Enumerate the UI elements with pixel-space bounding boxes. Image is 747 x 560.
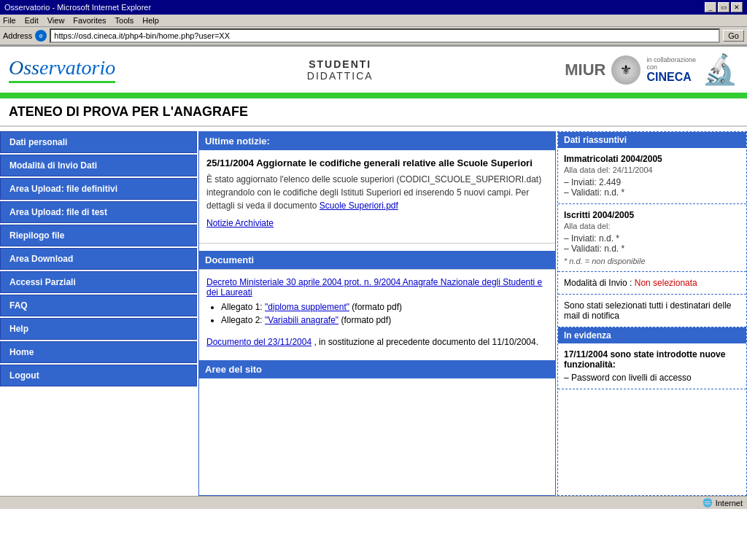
- go-button[interactable]: Go: [723, 30, 744, 42]
- address-label: Address: [3, 31, 32, 40]
- title-bar: Osservatorio - Microsoft Internet Explor…: [0, 0, 747, 15]
- address-input[interactable]: [50, 28, 720, 43]
- immatricolati-section: Immatricolati 2004/2005 Alla data del: 2…: [558, 148, 746, 204]
- immatricolati-title: Immatricolati 2004/2005: [564, 154, 740, 164]
- window-title: Osservatorio - Microsoft Internet Explor…: [4, 3, 151, 12]
- docs-section: Decreto Ministeriale 30 aprile 2004 prot…: [199, 269, 555, 354]
- nota-nd: * n.d. = non disponibile: [564, 257, 740, 265]
- destinatari-text: Sono stati selezionati tutti i destinata…: [564, 300, 740, 321]
- sidebar-item-riepilogo-file[interactable]: Riepilogo file: [0, 225, 197, 246]
- doc-date-area: Documento del 23/11/2004 , in sostituzio…: [206, 337, 548, 347]
- menu-file[interactable]: File: [3, 16, 16, 25]
- site-header: Osservatorio STUDENTI DIDATTICA MIUR ⚜ i…: [0, 47, 747, 96]
- evidenza-date: 17/11/2004 sono state introdotte nuove f…: [564, 349, 740, 370]
- allegato2-label: Allegato 2:: [221, 315, 263, 325]
- section-divider: [199, 243, 555, 244]
- sidebar: Dati personali Modalità di Invio Dati Ar…: [0, 131, 197, 496]
- con-label: con: [646, 63, 657, 71]
- news-section: 25/11/2004 Aggiornate le codifiche gener…: [199, 150, 555, 236]
- sidebar-item-modalita-invio[interactable]: Modalità di Invio Dati: [0, 155, 197, 176]
- imm-validati: – Validati: n.d. *: [564, 187, 740, 198]
- didattica-label: DIDATTICA: [307, 70, 374, 82]
- cineca-label: CINECA: [646, 71, 691, 84]
- content-area: Ultime notizie: 25/11/2004 Aggiornate le…: [197, 131, 747, 496]
- modalita-label: Modalità di Invio :: [564, 278, 632, 288]
- sidebar-item-faq[interactable]: FAQ: [0, 295, 197, 316]
- modalita-section: Modalità di Invio : Non selezionata: [558, 272, 746, 295]
- immatricolati-date: Alla data del: 24/11/2004: [564, 166, 740, 174]
- imm-inviati: – Inviati: 2.449: [564, 177, 740, 187]
- evidenza-item: – Password con livelli di accesso: [564, 373, 740, 383]
- main-content: Ultime notizie: 25/11/2004 Aggiornate le…: [198, 131, 556, 496]
- allegato1-item: Allegato 1: "diploma supplement" (format…: [221, 302, 548, 312]
- in-collab-label: in collaborazione: [646, 56, 696, 63]
- site-logo: Osservatorio: [9, 56, 115, 83]
- logo-area: Osservatorio: [9, 56, 115, 83]
- sidebar-item-logout[interactable]: Logout: [0, 365, 197, 386]
- main-doc-link[interactable]: Decreto Ministeriale 30 aprile 2004 prot…: [206, 277, 542, 298]
- sidebar-item-accessi-parziali[interactable]: Accessi Parziali: [0, 271, 197, 293]
- internet-icon: 🌐: [703, 498, 713, 508]
- iscritti-section: Iscritti 2004/2005 Alla data del: – Invi…: [558, 204, 746, 272]
- in-evidenza-section: 17/11/2004 sono state introdotte nuove f…: [558, 343, 746, 389]
- sidebar-item-dati-personali[interactable]: Dati personali: [0, 131, 197, 153]
- allegato2-item: Allegato 2: "Variabili anagrafe" (format…: [221, 315, 548, 325]
- iscritti-title: Iscritti 2004/2005: [564, 210, 740, 220]
- news-title-text: Aggiornate le codifiche generali relativ…: [256, 158, 533, 168]
- microscope-icon: 🔬: [702, 52, 738, 87]
- restore-button[interactable]: ▭: [718, 2, 729, 12]
- main-layout: Dati personali Modalità di Invio Dati Ar…: [0, 131, 747, 496]
- news-date-title: 25/11/2004 Aggiornate le codifiche gener…: [206, 158, 548, 168]
- allegato2-link[interactable]: "Variabili anagrafe": [265, 315, 338, 325]
- allegato1-label: Allegato 1:: [221, 302, 263, 312]
- miur-label: MIUR: [565, 61, 605, 79]
- isc-inviati: – Inviati: n.d. *: [564, 233, 740, 244]
- allegato1-link[interactable]: "diploma supplement": [265, 302, 349, 312]
- studenti-label: STUDENTI: [307, 58, 374, 70]
- allegato2-format: (formato pdf): [341, 315, 391, 325]
- doc-date-link[interactable]: Documento del 23/11/2004: [206, 337, 311, 347]
- menu-help[interactable]: Help: [142, 16, 159, 25]
- header-center: STUDENTI DIDATTICA: [307, 58, 374, 82]
- menu-view[interactable]: View: [47, 16, 65, 25]
- address-bar: Address e Go: [0, 27, 747, 46]
- modalita-row: Modalità di Invio : Non selezionata: [564, 278, 740, 288]
- doc-date-body: , in sostituzione al precedente document…: [314, 337, 538, 347]
- news-section-header: Ultime notizie:: [199, 132, 555, 150]
- status-internet: 🌐 Internet: [703, 498, 743, 508]
- sidebar-item-area-upload-definitivi[interactable]: Area Upload: file definitivi: [0, 178, 197, 200]
- news-pdf-link[interactable]: Scuole Superiori.pdf: [320, 201, 398, 211]
- internet-label: Internet: [716, 499, 743, 508]
- close-button[interactable]: ✕: [731, 2, 743, 12]
- allegati-list: Allegato 1: "diploma supplement" (format…: [221, 302, 548, 325]
- menu-tools[interactable]: Tools: [115, 16, 134, 25]
- sidebar-item-home[interactable]: Home: [0, 341, 197, 363]
- minimize-button[interactable]: _: [705, 2, 716, 12]
- coat-of-arms-icon: ⚜: [611, 55, 640, 85]
- modalita-value: Non selezionata: [635, 278, 697, 288]
- news-date: 25/11/2004: [206, 158, 254, 168]
- header-right: MIUR ⚜ in collaborazione con CINECA 🔬: [565, 52, 738, 87]
- menu-favorites[interactable]: Favorites: [73, 16, 106, 25]
- status-bar: 🌐 Internet: [0, 496, 747, 509]
- docs-section-header: Documenti: [199, 251, 555, 269]
- news-body-text: È stato aggiornato l'elenco delle scuole…: [206, 173, 548, 212]
- menu-bar: File Edit View Favorites Tools Help: [0, 15, 747, 27]
- aree-section-header: Aree del sito: [199, 360, 555, 378]
- sidebar-item-area-download[interactable]: Area Download: [0, 248, 197, 270]
- ie-icon: e: [35, 30, 47, 42]
- ateneo-title: ATENEO DI PROVA PER L'ANAGRAFE: [0, 98, 747, 127]
- destinatari-section: Sono stati selezionati tutti i destinata…: [558, 295, 746, 327]
- right-panel: Dati riassuntivi Immatricolati 2004/2005…: [557, 131, 747, 496]
- sidebar-item-area-upload-test[interactable]: Area Upload: file di test: [0, 201, 197, 223]
- allegato1-format: (formato pdf): [352, 302, 402, 312]
- sidebar-item-help[interactable]: Help: [0, 318, 197, 340]
- iscritti-date: Alla data del:: [564, 222, 740, 230]
- news-archive-link[interactable]: Notizie Archiviate: [206, 218, 274, 228]
- menu-edit[interactable]: Edit: [25, 16, 39, 25]
- news-archive: Notizie Archiviate: [206, 218, 548, 228]
- isc-validati: – Validati: n.d. *: [564, 244, 740, 254]
- right-panel-header: Dati riassuntivi: [558, 132, 746, 148]
- in-evidenza-header: In evidenza: [558, 327, 746, 343]
